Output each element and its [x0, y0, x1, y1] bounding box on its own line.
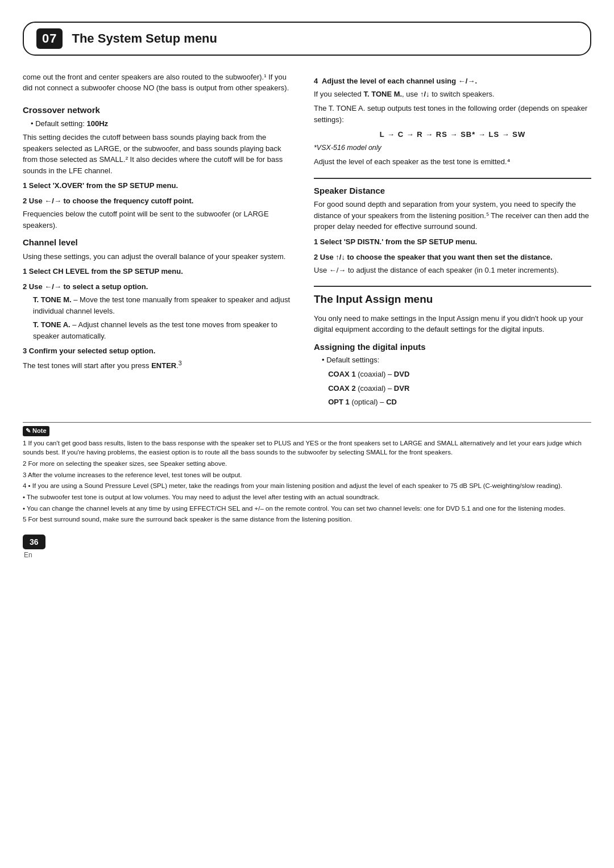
sp-step2-body: Use ←/→ to adjust the distance of each s… [314, 265, 591, 276]
channel-step3-body: The test tones will start after you pres… [23, 358, 296, 372]
page-number: 36 [23, 535, 45, 549]
crossover-step2: 2 Use ←/→ to choose the frequency cutoff… [23, 196, 296, 207]
channel-step1: 1 Select CH LEVEL from the SP SETUP menu… [23, 266, 296, 277]
page-footer: 36 En [23, 529, 591, 561]
channel-step3: 3 Confirm your selected setup option. [23, 346, 296, 357]
crossover-default: • Default setting: 100Hz [31, 119, 296, 130]
coax1-item: COAX 1 (coaxial) – DVD [324, 369, 591, 380]
sp-step1: 1 Select 'SP DISTN.' from the SP SETUP m… [314, 237, 591, 248]
channel-bullet1: T. TONE M. – Move the test tone manually… [33, 294, 296, 316]
coax2-item: COAX 2 (coaxial) – DVR [324, 383, 591, 394]
right-step4: 4 Adjust the level of each channel using… [314, 76, 591, 87]
channel-bullet2: T. TONE A. – Adjust channel levels as th… [33, 319, 296, 341]
note4c: • You can change the channel levels at a… [23, 504, 591, 514]
content-area: come out the front and center speakers a… [0, 72, 614, 411]
notes-section: ✎ Note 1 If you can't get good bass resu… [23, 422, 591, 524]
crossover-step1: 1 Select 'X.OVER' from the SP SETUP menu… [23, 181, 296, 191]
assign-default-label: • Default settings: [322, 355, 591, 366]
intro-text: come out the front and center speakers a… [23, 72, 296, 94]
model-only: *VSX-516 model only [314, 143, 591, 153]
note3: 3 After the volume increases to the refe… [23, 470, 591, 480]
channel-step2: 2 Use ←/→ to select a setup option. [23, 282, 296, 293]
note4: 4 • If you are using a Sound Pressure Le… [23, 481, 591, 491]
speaker-distance-intro: For good sound depth and separation from… [314, 199, 591, 232]
left-column: come out the front and center speakers a… [23, 72, 296, 411]
chapter-header: 07 The System Setup menu [23, 22, 591, 56]
channel-level-intro: Using these settings, you can adjust the… [23, 251, 296, 262]
note-icon: ✎ Note [23, 426, 49, 436]
right-step4-body: If you selected T. TONE M., use ↑/↓ to s… [314, 89, 591, 100]
input-assign-intro: You only need to make settings in the In… [314, 313, 591, 335]
note5: 5 For best surround sound, make sure the… [23, 515, 591, 524]
opt1-item: OPT 1 (optical) – CD [324, 397, 591, 408]
channel-level-heading: Channel level [23, 236, 296, 249]
note2: 2 For more on selecting the speaker size… [23, 459, 591, 469]
note-header: ✎ Note [23, 426, 591, 436]
crossover-step2-body: Frequencies below the cutoff point will … [23, 208, 296, 231]
sp-step2: 2 Use ↑/↓ to choose the speaker that you… [314, 252, 591, 263]
assign-digital-heading: Assigning the digital inputs [314, 341, 591, 353]
input-assign-divider [314, 286, 591, 287]
chapter-title: The System Setup menu [72, 30, 217, 48]
page-lang: En [24, 550, 32, 560]
crossover-heading: Crossover network [23, 104, 296, 116]
chapter-number: 07 [36, 28, 63, 49]
page: 07 The System Setup menu come out the fr… [0, 22, 614, 868]
right-ttone-desc: The T. TONE A. setup outputs test tones … [314, 103, 591, 125]
crossover-body: This setting decides the cutoff between … [23, 132, 296, 176]
tone-sequence: L → C → R → RS → SB* → LS → SW [314, 130, 591, 140]
right-adjust-desc: Adjust the level of each speaker as the … [314, 156, 591, 168]
speaker-distance-heading: Speaker Distance [314, 185, 591, 197]
right-column: 4 Adjust the level of each channel using… [314, 72, 591, 411]
speaker-distance-divider [314, 178, 591, 179]
note4b: • The subwoofer test tone is output at l… [23, 493, 591, 502]
note1: 1 If you can't get good bass results, li… [23, 439, 591, 457]
input-assign-heading: The Input Assign menu [314, 291, 591, 307]
